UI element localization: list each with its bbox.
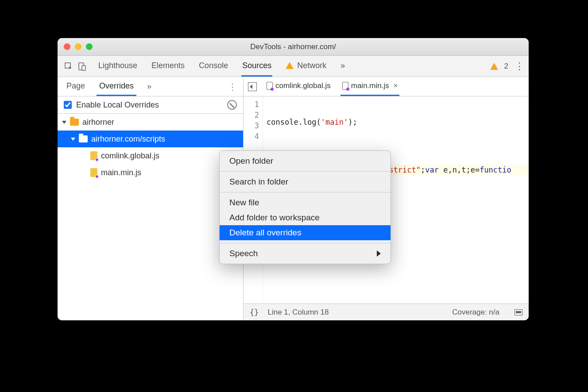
sidebar-kebab-icon[interactable]: ⋮ [228, 81, 237, 92]
tabs-overflow[interactable]: » [340, 56, 346, 77]
enable-overrides-row: Enable Local Overrides [58, 96, 243, 114]
sidebar-tabs-overflow[interactable]: » [147, 82, 151, 91]
menu-item-speech[interactable]: Speech [220, 246, 391, 261]
menu-separator [220, 171, 391, 172]
coverage-label: Coverage: n/a [452, 308, 499, 317]
context-menu: Open folder Search in folder New file Ad… [219, 150, 391, 264]
statusbar: {} Line 1, Column 18 Coverage: n/a [244, 304, 529, 320]
tree-file[interactable]: comlink.global.js [58, 147, 243, 164]
warning-icon [286, 62, 294, 69]
chevron-down-icon [62, 121, 66, 124]
editor-tab[interactable]: comlink.global.js [265, 77, 333, 96]
navigator-toggle-icon[interactable] [248, 82, 257, 91]
tab-sources[interactable]: Sources [241, 56, 272, 77]
svg-rect-2 [82, 65, 85, 70]
tab-console[interactable]: Console [198, 56, 229, 77]
clear-icon[interactable] [227, 100, 237, 110]
menu-item-search-in-folder[interactable]: Search in folder [220, 174, 391, 189]
maximize-icon[interactable] [86, 43, 93, 50]
submenu-arrow-icon [377, 250, 381, 257]
device-toggle-icon[interactable] [75, 60, 89, 73]
sidebar-tab-overrides[interactable]: Overrides [97, 77, 136, 96]
file-icon [267, 82, 273, 90]
override-dot-icon [95, 175, 99, 178]
tab-lighthouse[interactable]: Lighthouse [97, 56, 138, 77]
tab-elements[interactable]: Elements [151, 56, 186, 77]
override-dot-icon [271, 88, 274, 91]
tree-file[interactable]: main.min.js [58, 164, 243, 181]
menu-separator [220, 192, 391, 192]
enable-overrides-checkbox[interactable] [64, 101, 72, 109]
menu-item-add-folder[interactable]: Add folder to workspace [220, 210, 391, 225]
tab-network[interactable]: Network [285, 56, 327, 77]
sidebar: Page Overrides » ⋮ Enable Local Override… [58, 77, 244, 320]
file-tree: airhorner airhorner.com/scripts comlink.… [58, 114, 243, 320]
code-line: console.log('main'); [267, 117, 511, 127]
warning-icon[interactable] [490, 63, 498, 70]
menu-item-new-file[interactable]: New file [220, 195, 391, 210]
override-dot-icon [346, 88, 349, 91]
menu-item-delete-overrides[interactable]: Delete all overrides [220, 225, 391, 240]
cursor-position: Line 1, Column 18 [267, 308, 329, 317]
close-tab-icon[interactable]: × [394, 82, 398, 90]
chevron-down-icon [71, 138, 75, 141]
menu-item-open-folder[interactable]: Open folder [220, 154, 391, 169]
window-title: DevTools - airhorner.com/ [58, 42, 529, 51]
close-icon[interactable] [64, 43, 70, 50]
tree-folder-root[interactable]: airhorner [58, 114, 243, 131]
file-icon [342, 82, 348, 90]
warning-count[interactable]: 2 [504, 62, 508, 71]
sidebar-tab-page[interactable]: Page [64, 77, 88, 96]
js-file-icon [90, 168, 97, 177]
format-icon[interactable]: {} [250, 308, 259, 317]
kebab-menu-icon[interactable]: ⋮ [514, 61, 524, 72]
sidebar-tabs: Page Overrides » ⋮ [58, 77, 243, 96]
main-tabbar: Lighthouse Elements Console Sources Netw… [58, 56, 529, 77]
drawer-toggle-icon[interactable] [514, 309, 522, 315]
minimize-icon[interactable] [75, 43, 81, 50]
traffic-lights [64, 43, 93, 50]
editor-tabs: comlink.global.js main.min.js × [244, 77, 529, 96]
tree-folder-scripts[interactable]: airhorner.com/scripts [58, 131, 243, 147]
enable-overrides-label: Enable Local Overrides [76, 100, 159, 110]
folder-icon [70, 119, 79, 126]
menu-separator [220, 243, 391, 243]
override-dot-icon [95, 158, 99, 161]
inspect-icon[interactable] [62, 60, 75, 73]
editor-tab[interactable]: main.min.js × [340, 77, 399, 96]
folder-icon [79, 135, 88, 142]
main-tabs: Lighthouse Elements Console Sources Netw… [97, 56, 346, 77]
js-file-icon [90, 151, 97, 160]
titlebar: DevTools - airhorner.com/ [58, 38, 529, 56]
